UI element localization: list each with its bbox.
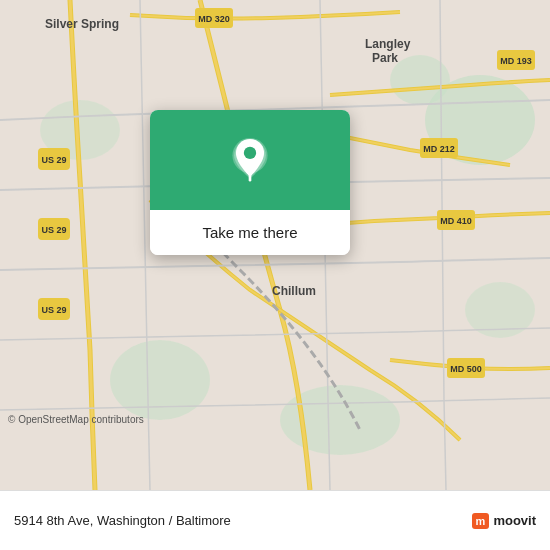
svg-text:Langley: Langley <box>365 37 411 51</box>
svg-text:MD 320: MD 320 <box>198 14 230 24</box>
svg-text:Chillum: Chillum <box>272 284 316 298</box>
popup-card: Take me there <box>150 110 350 255</box>
svg-text:MD 410: MD 410 <box>440 216 472 226</box>
svg-point-30 <box>244 147 256 159</box>
svg-text:MD 500: MD 500 <box>450 364 482 374</box>
svg-text:US 29: US 29 <box>41 225 66 235</box>
copyright-text: © OpenStreetMap contributors <box>8 414 144 425</box>
svg-text:US 29: US 29 <box>41 305 66 315</box>
moovit-logo: m moovit <box>472 513 536 529</box>
address-text: 5914 8th Ave, Washington / Baltimore <box>14 513 462 528</box>
svg-text:MD 212: MD 212 <box>423 144 455 154</box>
take-me-there-button[interactable]: Take me there <box>150 210 350 255</box>
map-container: US 29 US 29 US 29 MD 320 MD 193 MD 212 M… <box>0 0 550 490</box>
moovit-m-icon: m <box>472 513 490 529</box>
bottom-bar: 5914 8th Ave, Washington / Baltimore m m… <box>0 490 550 550</box>
location-pin-icon <box>228 138 272 182</box>
svg-text:MD 193: MD 193 <box>500 56 532 66</box>
popup-green-area <box>150 110 350 210</box>
svg-text:Silver Spring: Silver Spring <box>45 17 119 31</box>
svg-text:Park: Park <box>372 51 398 65</box>
moovit-brand-text: moovit <box>493 513 536 528</box>
svg-text:US 29: US 29 <box>41 155 66 165</box>
